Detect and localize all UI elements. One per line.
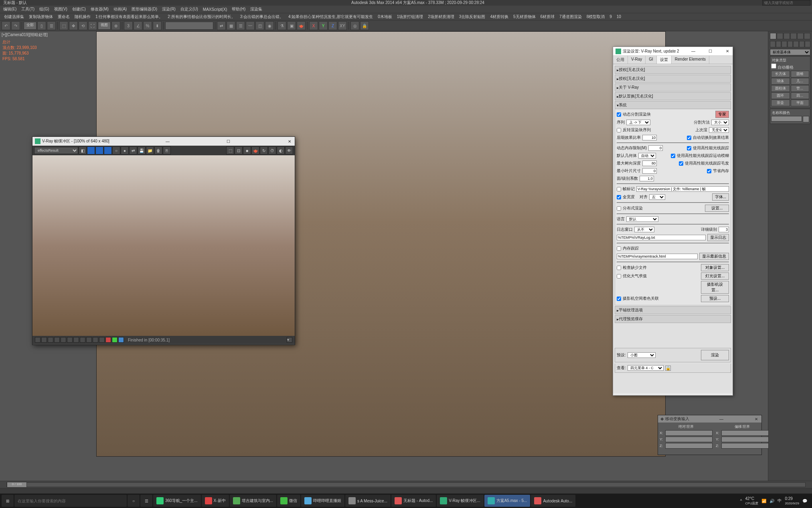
vfb-green-icon[interactable] [95, 146, 103, 154]
ctx-item[interactable]: 创建选择集 [2, 14, 26, 20]
close-icon[interactable]: ✕ [725, 49, 730, 54]
pyramid-button[interactable]: 四... [791, 92, 810, 99]
task-app[interactable]: 塔吉建筑与室内... [230, 495, 276, 507]
time-slider-thumb[interactable]: 0 / 100 [7, 482, 27, 488]
xy-axis-icon[interactable]: XY [338, 21, 347, 30]
vfb-titlebar[interactable]: V-Ray 帧缓冲区 - [100% of 640 x 480] — ☐ ✕ [32, 137, 295, 146]
obj-settings-button[interactable]: 对象设置... [701, 264, 729, 271]
lights-subtab-icon[interactable] [782, 41, 787, 47]
task-app[interactable]: 哔哩哔哩直播姬 [301, 495, 344, 507]
tti-off-z-input[interactable] [721, 443, 769, 449]
mirror-icon[interactable]: ⇄ [217, 21, 226, 30]
tab-common[interactable]: 公用 [613, 56, 628, 64]
dist-settings-button[interactable]: 设置... [705, 205, 729, 212]
rollout-auth2[interactable]: ▸ 授权[无名汉化] [615, 75, 731, 83]
vfb-st-icon[interactable] [80, 337, 85, 343]
log-path-input[interactable] [617, 235, 706, 240]
opt-atmos-checkbox[interactable] [617, 274, 621, 278]
tray-ime-icon[interactable]: 中 [778, 498, 782, 504]
render-button[interactable]: 渲染 [701, 350, 729, 360]
render-dialog-titlebar[interactable]: 渲染设置: V-Ray Next, update 2 — ☐ ✕ [613, 47, 733, 56]
rollout-system[interactable]: ▾ 系统 [615, 101, 731, 109]
material-editor-icon[interactable]: ◉ [265, 21, 274, 30]
vfb-switch-icon[interactable]: ⇄ [129, 146, 137, 154]
maximize-icon[interactable]: ☐ [708, 49, 713, 54]
vfb-st-icon[interactable] [86, 337, 92, 343]
isolate-icon[interactable]: ◎ [350, 21, 359, 30]
save-mem-checkbox[interactable] [707, 169, 711, 173]
vfb-st-icon[interactable] [112, 337, 117, 343]
tti-titlebar[interactable]: ✥ 移动变换输入 — ✕ [658, 415, 761, 423]
ctx-item[interactable]: 3去除反射贴图 [458, 14, 487, 20]
detail-level-input[interactable] [719, 227, 729, 232]
memtrack-checkbox[interactable] [617, 246, 621, 251]
ctx-item[interactable]: 4材质转换 [488, 14, 510, 20]
vfb-minimize-icon[interactable]: — [165, 138, 170, 144]
menu-maxscript[interactable]: MAXScript(X) [203, 7, 227, 12]
motion-tab-icon[interactable] [790, 33, 797, 39]
cone-button[interactable]: 圆锥 [791, 71, 810, 77]
min-leaf-input[interactable] [642, 168, 657, 174]
vfb-red-icon[interactable] [87, 146, 95, 154]
percent-snap-icon[interactable]: % [143, 21, 152, 30]
dist-render-checkbox[interactable] [617, 206, 621, 211]
vfb-st-icon[interactable] [35, 337, 40, 343]
scale-icon[interactable]: ⛶ [88, 21, 97, 30]
vfb-st-icon[interactable] [61, 337, 66, 343]
cam-space-checkbox[interactable] [617, 297, 621, 301]
render-preset-dropdown[interactable]: 小图 [628, 352, 656, 358]
system-tray[interactable]: ^ 42°CCPU温度 📶 🔊 中 0:292020/9/29 💬 [740, 496, 810, 506]
plane-button[interactable]: 平面 [791, 100, 810, 106]
menu-edit[interactable]: 编辑(E) [3, 6, 16, 12]
shapes-subtab-icon[interactable] [776, 41, 782, 47]
time-slider-track[interactable]: 0 / 100 [6, 482, 806, 487]
schematic-icon[interactable]: ◫ [255, 21, 264, 30]
tab-settings[interactable]: 设置 [657, 56, 672, 64]
taskbar-search-input[interactable] [14, 495, 127, 507]
vfb-image[interactable] [32, 155, 295, 336]
tab-render-elements[interactable]: Render Elements [672, 56, 709, 64]
sequence-dropdown[interactable]: 上 -> 下 [626, 120, 650, 125]
render-view-dropdown[interactable]: 四元菜单 4 - C [628, 365, 664, 371]
color-swatch[interactable] [803, 116, 809, 122]
ref-coord-dropdown[interactable]: 视图 [98, 22, 111, 30]
ctx-item[interactable]: 9 [608, 14, 614, 19]
vfb-expand-icon[interactable]: ▾ [287, 337, 292, 343]
tti-minimize-icon[interactable]: — [719, 416, 724, 422]
ctx-item[interactable]: 7通道图渲染 [558, 14, 583, 20]
memtrack-path-input[interactable] [617, 254, 698, 259]
cameras-subtab-icon[interactable] [788, 41, 793, 47]
vfb-st-icon[interactable] [41, 337, 47, 343]
ctx-item[interactable]: 复制场景物体 [27, 14, 55, 20]
angle-snap-icon[interactable]: ∠ [134, 21, 142, 30]
cortana-icon[interactable]: ○ [128, 495, 140, 507]
hp-raytrace-checkbox[interactable] [687, 146, 691, 150]
render-setup-icon[interactable]: ⚗ [277, 21, 286, 30]
vfb-st-icon[interactable] [73, 337, 79, 343]
menu-create[interactable]: 创建(C) [72, 6, 86, 12]
primitive-type-dropdown[interactable]: 标准基本体 [770, 49, 810, 55]
menu-modifiers[interactable]: 修改器(M) [91, 6, 109, 12]
split-method-dropdown[interactable]: 大小 [711, 120, 729, 125]
ctx-item[interactable]: 3:会出错的事总会出错。 [239, 14, 285, 20]
vfb-cc-icon[interactable]: ◐ [277, 146, 285, 154]
start-button[interactable]: ⊞ [2, 495, 14, 507]
dyn-mem-input[interactable] [648, 145, 663, 151]
geosphere-button[interactable]: 几... [791, 78, 810, 85]
vfb-mono-icon[interactable]: ● [121, 146, 129, 154]
tray-network-icon[interactable]: 📶 [761, 499, 766, 503]
geom-dropdown[interactable]: 自动 [638, 153, 656, 158]
z-axis-icon[interactable]: Z [328, 21, 337, 30]
rollout-proxy-cache[interactable]: ▸ 代理预览缓存 [615, 315, 731, 323]
task-app[interactable]: s A Mess-Juice... [345, 495, 391, 507]
pivot-icon[interactable]: ⊕ [111, 21, 120, 30]
menu-views[interactable]: 视图(V) [54, 6, 67, 12]
stamp-checkbox[interactable] [617, 187, 621, 191]
tti-abs-z-input[interactable] [665, 443, 713, 449]
vfb-st-icon[interactable] [99, 337, 105, 343]
vfb-render-last-icon[interactable]: ↻ [260, 146, 268, 154]
light-settings-button[interactable]: 灯光设置... [701, 272, 729, 280]
vfb-channel-dropdown[interactable]: effectsResult [34, 147, 78, 154]
vfb-st-icon[interactable] [54, 337, 60, 343]
ctx-item[interactable]: 0木地板 [376, 14, 394, 20]
